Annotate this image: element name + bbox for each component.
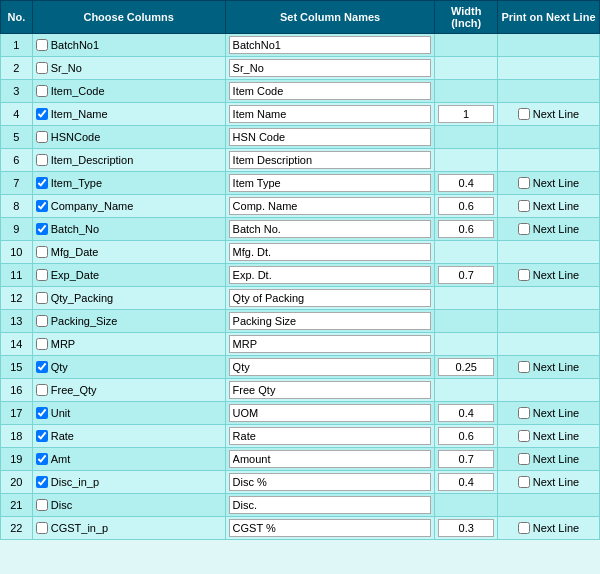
width-cell[interactable] bbox=[435, 80, 497, 103]
set-column-name-cell[interactable] bbox=[225, 57, 435, 80]
set-column-name-cell[interactable] bbox=[225, 517, 435, 540]
choose-checkbox[interactable] bbox=[36, 131, 48, 143]
width-cell[interactable] bbox=[435, 34, 497, 57]
set-name-input[interactable] bbox=[229, 381, 432, 399]
width-cell[interactable] bbox=[435, 241, 497, 264]
choose-checkbox[interactable] bbox=[36, 39, 48, 51]
set-column-name-cell[interactable] bbox=[225, 471, 435, 494]
set-name-input[interactable] bbox=[229, 36, 432, 54]
width-cell[interactable] bbox=[435, 149, 497, 172]
choose-checkbox[interactable] bbox=[36, 453, 48, 465]
set-name-input[interactable] bbox=[229, 358, 432, 376]
choose-checkbox[interactable] bbox=[36, 384, 48, 396]
set-column-name-cell[interactable] bbox=[225, 34, 435, 57]
print-next-line-checkbox[interactable] bbox=[518, 108, 530, 120]
print-next-line-cell[interactable]: Next Line bbox=[497, 425, 599, 448]
print-next-line-cell[interactable]: Next Line bbox=[497, 264, 599, 287]
set-column-name-cell[interactable] bbox=[225, 356, 435, 379]
print-next-line-checkbox[interactable] bbox=[518, 453, 530, 465]
set-column-name-cell[interactable] bbox=[225, 241, 435, 264]
set-name-input[interactable] bbox=[229, 151, 432, 169]
set-column-name-cell[interactable] bbox=[225, 310, 435, 333]
print-next-line-checkbox[interactable] bbox=[518, 269, 530, 281]
choose-checkbox[interactable] bbox=[36, 476, 48, 488]
set-name-input[interactable] bbox=[229, 174, 432, 192]
set-name-input[interactable] bbox=[229, 519, 432, 537]
set-name-input[interactable] bbox=[229, 450, 432, 468]
set-column-name-cell[interactable] bbox=[225, 425, 435, 448]
width-input[interactable] bbox=[438, 220, 493, 238]
set-name-input[interactable] bbox=[229, 197, 432, 215]
choose-checkbox[interactable] bbox=[36, 430, 48, 442]
choose-checkbox[interactable] bbox=[36, 154, 48, 166]
choose-checkbox[interactable] bbox=[36, 338, 48, 350]
set-column-name-cell[interactable] bbox=[225, 402, 435, 425]
set-column-name-cell[interactable] bbox=[225, 126, 435, 149]
set-name-input[interactable] bbox=[229, 220, 432, 238]
print-next-line-cell[interactable]: Next Line bbox=[497, 218, 599, 241]
print-next-line-cell[interactable]: Next Line bbox=[497, 517, 599, 540]
width-cell[interactable] bbox=[435, 310, 497, 333]
choose-checkbox[interactable] bbox=[36, 246, 48, 258]
width-input[interactable] bbox=[438, 404, 493, 422]
choose-checkbox[interactable] bbox=[36, 269, 48, 281]
set-name-input[interactable] bbox=[229, 266, 432, 284]
set-name-input[interactable] bbox=[229, 128, 432, 146]
width-cell[interactable] bbox=[435, 494, 497, 517]
width-cell[interactable] bbox=[435, 264, 497, 287]
print-next-line-checkbox[interactable] bbox=[518, 223, 530, 235]
width-cell[interactable] bbox=[435, 379, 497, 402]
print-next-line-checkbox[interactable] bbox=[518, 177, 530, 189]
width-input[interactable] bbox=[438, 450, 493, 468]
choose-checkbox[interactable] bbox=[36, 315, 48, 327]
print-next-line-cell[interactable]: Next Line bbox=[497, 103, 599, 126]
width-cell[interactable] bbox=[435, 126, 497, 149]
width-cell[interactable] bbox=[435, 517, 497, 540]
set-column-name-cell[interactable] bbox=[225, 103, 435, 126]
set-column-name-cell[interactable] bbox=[225, 264, 435, 287]
main-table-container[interactable]: No. Choose Columns Set Column Names Widt… bbox=[0, 0, 600, 574]
set-name-input[interactable] bbox=[229, 289, 432, 307]
set-name-input[interactable] bbox=[229, 404, 432, 422]
set-name-input[interactable] bbox=[229, 82, 432, 100]
width-input[interactable] bbox=[438, 519, 493, 537]
choose-checkbox[interactable] bbox=[36, 200, 48, 212]
choose-checkbox[interactable] bbox=[36, 407, 48, 419]
print-next-line-cell[interactable]: Next Line bbox=[497, 356, 599, 379]
print-next-line-checkbox[interactable] bbox=[518, 522, 530, 534]
width-cell[interactable] bbox=[435, 172, 497, 195]
width-input[interactable] bbox=[438, 358, 493, 376]
set-column-name-cell[interactable] bbox=[225, 172, 435, 195]
choose-checkbox[interactable] bbox=[36, 177, 48, 189]
width-input[interactable] bbox=[438, 266, 493, 284]
set-column-name-cell[interactable] bbox=[225, 494, 435, 517]
choose-checkbox[interactable] bbox=[36, 361, 48, 373]
width-cell[interactable] bbox=[435, 218, 497, 241]
set-name-input[interactable] bbox=[229, 335, 432, 353]
set-name-input[interactable] bbox=[229, 473, 432, 491]
width-cell[interactable] bbox=[435, 402, 497, 425]
choose-checkbox[interactable] bbox=[36, 85, 48, 97]
width-input[interactable] bbox=[438, 197, 493, 215]
width-input[interactable] bbox=[438, 473, 493, 491]
print-next-line-cell[interactable]: Next Line bbox=[497, 402, 599, 425]
width-cell[interactable] bbox=[435, 425, 497, 448]
set-name-input[interactable] bbox=[229, 312, 432, 330]
width-cell[interactable] bbox=[435, 471, 497, 494]
print-next-line-checkbox[interactable] bbox=[518, 407, 530, 419]
width-cell[interactable] bbox=[435, 195, 497, 218]
print-next-line-cell[interactable]: Next Line bbox=[497, 195, 599, 218]
set-name-input[interactable] bbox=[229, 496, 432, 514]
print-next-line-checkbox[interactable] bbox=[518, 430, 530, 442]
set-column-name-cell[interactable] bbox=[225, 448, 435, 471]
width-cell[interactable] bbox=[435, 356, 497, 379]
width-cell[interactable] bbox=[435, 448, 497, 471]
set-column-name-cell[interactable] bbox=[225, 149, 435, 172]
choose-checkbox[interactable] bbox=[36, 223, 48, 235]
width-input[interactable] bbox=[438, 427, 493, 445]
print-next-line-cell[interactable]: Next Line bbox=[497, 471, 599, 494]
width-cell[interactable] bbox=[435, 57, 497, 80]
set-name-input[interactable] bbox=[229, 105, 432, 123]
set-name-input[interactable] bbox=[229, 59, 432, 77]
set-column-name-cell[interactable] bbox=[225, 379, 435, 402]
